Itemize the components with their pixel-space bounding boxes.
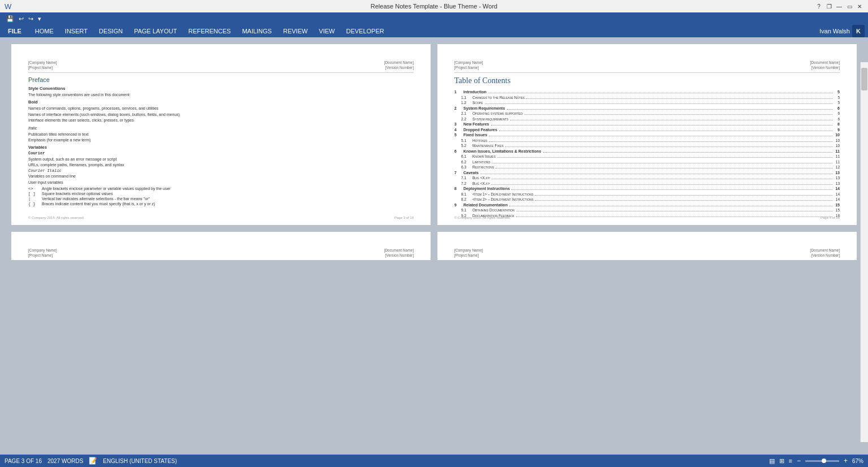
vertical-scrollbar[interactable] [860, 62, 868, 442]
toc-entry: 8.1<Item 1> – Deployment Instructions14 [454, 192, 840, 197]
toc-page: 11 [834, 160, 840, 164]
toc-entry: 7.1Bug <X.x>13 [454, 176, 840, 180]
toc-dots [496, 168, 832, 168]
mailings-tab[interactable]: MAILINGS [236, 25, 277, 37]
toc-page: 9 [834, 128, 840, 132]
pages-row-top: [Company Name] [Project Name] [Document … [11, 44, 857, 225]
toc-page: 11 [834, 149, 840, 153]
window-title: Release Notes Template - Blue Theme - Wo… [371, 3, 497, 10]
insert-tab[interactable]: INSERT [59, 25, 93, 37]
toc-num: 7.2 [461, 181, 472, 185]
toc-num: 2 [454, 106, 463, 110]
toc-label: <Item 2> – Deployment Instructions [472, 197, 533, 201]
toc-entry: 8Deployment Instructions14 [454, 187, 840, 191]
page-5-header: [Company Name] [Project Name] [Document … [28, 248, 414, 260]
toc-label: Dropped Features [463, 128, 497, 132]
page-4-header-right: [Document Name] [Version Number] [810, 60, 840, 70]
toc-label: Changes to the Release Notes [472, 96, 524, 100]
scrollbar-thumb[interactable] [861, 68, 867, 90]
toc-page: 13 [834, 176, 840, 180]
file-tab[interactable]: FILE [0, 25, 29, 37]
page-3-header-left: [Company Name] [Project Name] [28, 60, 57, 70]
toc-page: 6 [834, 117, 840, 121]
toc-num: 6.2 [461, 160, 472, 164]
toc-page: 6 [834, 106, 840, 110]
toc-page: 10 [834, 133, 840, 137]
toc-entry: 6Known Issues, Limitations & Restriction… [454, 149, 840, 154]
toc-dots [509, 206, 832, 206]
toc-num: 9 [454, 203, 463, 207]
toc-label: Maintenance Fixes [472, 144, 504, 148]
toc-page: 10 [834, 144, 840, 148]
italic-item-2: Emphasis (for example a new term) [28, 137, 414, 142]
help-button[interactable]: ? [815, 2, 823, 10]
var-row-square: [ ] Square brackets enclose optional val… [28, 192, 414, 196]
ribbon: FILE HOME INSERT DESIGN PAGE LAYOUT REFE… [0, 25, 868, 37]
toc-num: 5.2 [461, 144, 472, 148]
restore-button[interactable]: ❐ [825, 2, 833, 10]
undo-qa-button[interactable]: ↩ [17, 15, 25, 23]
toc-label: System requirements [472, 117, 509, 121]
toc-dots [524, 114, 832, 115]
toc-dots [492, 184, 832, 185]
toc-dots [511, 189, 832, 190]
page-6-header: [Company Name] [Project Name] [Document … [454, 248, 840, 260]
toc-entry: 2System Requirements6 [454, 106, 840, 111]
maximize-button[interactable]: ▭ [845, 2, 853, 10]
var-row-braces: { } Braces indicate content that you mus… [28, 202, 414, 206]
toc-label: Obtaining Documentation [472, 208, 515, 212]
view-tab[interactable]: VIEW [313, 25, 340, 37]
toc-list: 1Introduction51.1Changes to the Release … [454, 90, 840, 218]
toc-dots [517, 211, 832, 211]
developer-tab[interactable]: DEVELOPER [340, 25, 389, 37]
toc-entry: 7Caveats13 [454, 171, 840, 175]
design-tab[interactable]: DESIGN [93, 25, 128, 37]
customize-qa-button[interactable]: ▾ [36, 15, 43, 23]
var-row-pipe: | Vertical bar indicates alternate selec… [28, 197, 414, 201]
toc-entry: 3New Features8 [454, 122, 840, 127]
page-4: [Company Name] [Project Name] [Document … [437, 44, 857, 225]
minimize-button[interactable]: — [835, 2, 843, 10]
home-tab[interactable]: HOME [29, 25, 59, 37]
variable-symbols-table: <> Angle brackets enclose parameter or v… [28, 187, 414, 206]
page-3-header-right: [Document Name] [Version Number] [384, 60, 414, 70]
save-qa-button[interactable]: 💾 [5, 15, 16, 23]
toc-page: 12 [834, 165, 840, 169]
toc-dots [535, 200, 832, 201]
page-4-header-left: [Company Name] [Project Name] [454, 60, 483, 70]
toc-num: 3 [454, 122, 463, 126]
toc-label: Caveats [463, 171, 479, 175]
toc-label: Limitations [472, 160, 490, 164]
toc-label: Related Documentation [463, 203, 507, 207]
toc-num: 1.1 [461, 96, 472, 100]
variables-heading: Variables [28, 145, 414, 150]
references-tab[interactable]: REFERENCES [183, 25, 236, 37]
toc-page: 5 [834, 90, 840, 94]
toc-label: Bug <X.x> [472, 176, 490, 180]
review-tab[interactable]: REVIEW [277, 25, 313, 37]
toc-dots [543, 152, 832, 153]
redo-qa-button[interactable]: ↪ [27, 15, 35, 23]
bold-item-3: Interface elements the user selects, cli… [28, 118, 414, 123]
close-button[interactable]: ✕ [856, 2, 863, 10]
toc-label: Restrictions [472, 165, 494, 169]
toc-dots [488, 93, 832, 93]
toc-entry: 2.1Operating systems supported6 [454, 111, 840, 116]
toc-page: 13 [834, 171, 840, 175]
toc-label: Known Issues, Limitations & Restrictions [463, 149, 541, 153]
toc-entry: 1.1Changes to the Release Notes5 [454, 96, 840, 100]
toc-dots [497, 157, 832, 158]
toc-dots [492, 179, 832, 179]
preface-title: Preface [28, 76, 414, 83]
toc-entry: 9.1Obtaining Documentation15 [454, 208, 840, 213]
toc-label: Bug <X.x> [472, 181, 490, 185]
toc-page: 14 [834, 187, 840, 191]
toc-entry: 8.2<Item 2> – Deployment Instructions14 [454, 197, 840, 202]
toc-page: 15 [834, 203, 840, 207]
page-4-header: [Company Name] [Project Name] [Document … [454, 60, 840, 73]
page-layout-tab[interactable]: PAGE LAYOUT [128, 25, 183, 37]
toc-title: Table of Contents [454, 76, 840, 85]
bold-item-1: Names of commands, options, programs, pr… [28, 106, 414, 111]
toc-dots [492, 163, 832, 163]
user-avatar[interactable]: K [852, 25, 865, 37]
